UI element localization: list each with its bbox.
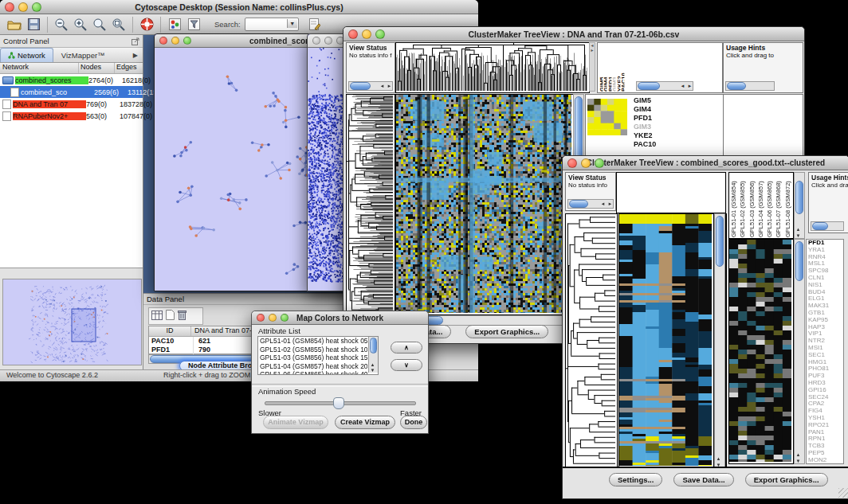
column-label[interactable]: GPL51-08 (GSM872) (784, 174, 793, 237)
network-table-row[interactable]: RNAPuberNov2+ 563(0) 107847(0) (0, 110, 143, 122)
view-status-scrollbar[interactable]: ◄► (567, 199, 614, 209)
gene-label[interactable]: GIM4 (634, 105, 656, 114)
network-table-row[interactable]: combined_scores 2764(0) 16218(0) (0, 74, 143, 86)
close-icon[interactable] (5, 2, 14, 12)
window-controls[interactable] (257, 314, 289, 322)
minimize-icon[interactable] (581, 158, 591, 168)
gene-label[interactable]: PAC10 (634, 140, 656, 149)
animation-speed-slider[interactable] (265, 397, 416, 408)
zoom-selected-icon[interactable] (90, 16, 109, 33)
save-icon[interactable] (24, 16, 43, 33)
treeview2-action-button[interactable]: Export Graphics... (745, 473, 828, 486)
usage-hints-scrollbar[interactable] (811, 221, 844, 231)
treeview2-labels-vscrollbar[interactable]: ▲▼ (794, 172, 805, 239)
search-dropdown-icon[interactable]: ▼ (287, 19, 297, 28)
minimize-icon[interactable] (171, 37, 179, 45)
search-input-value[interactable] (245, 23, 248, 31)
treeview2-heatmap[interactable] (618, 213, 714, 468)
column-label[interactable]: GPL51-01 (GSM854) (730, 174, 739, 237)
dialog-titlebar[interactable]: Map Colors to Network (252, 311, 428, 325)
close-icon[interactable] (159, 37, 167, 45)
network-table-row[interactable]: combined_sco 2569(6) 13112(15) (0, 86, 143, 98)
attribute-table-icon[interactable] (151, 309, 163, 323)
delete-attribute-icon[interactable] (178, 309, 186, 323)
minimize-icon[interactable] (362, 29, 371, 39)
window-controls[interactable] (348, 29, 385, 39)
minimize-icon[interactable] (18, 2, 28, 12)
move-up-button[interactable]: ∧ (391, 342, 422, 354)
filter-icon[interactable] (184, 16, 203, 33)
help-lifesaver-icon[interactable] (137, 16, 156, 33)
column-label[interactable]: GIM4 (603, 45, 607, 92)
tab-network[interactable]: Network (0, 48, 53, 62)
network-table-row[interactable]: DNA and Tran 07 769(0) 183728(0) (0, 98, 143, 110)
tab-vizmapper[interactable]: VizMapper™ (53, 48, 113, 62)
zoom-out-icon[interactable] (52, 16, 71, 33)
network-overview-panel[interactable] (2, 279, 142, 365)
zoom-window-icon[interactable] (375, 29, 385, 39)
treeview2-action-button[interactable]: Settings... (609, 473, 662, 486)
window-controls[interactable] (567, 158, 604, 168)
slider-thumb[interactable] (333, 397, 344, 409)
gene-label[interactable]: PFD1 (634, 114, 656, 123)
zoom-window-icon[interactable] (32, 2, 41, 12)
treeview2-action-button[interactable]: Save Data... (673, 473, 733, 486)
minimize-icon[interactable] (324, 37, 332, 45)
window-controls[interactable] (5, 2, 41, 12)
tab-overflow-button[interactable]: ▶ (128, 48, 143, 62)
attribute-list-vscrollbar[interactable]: ▲▼ (368, 337, 378, 373)
treeview2-heatmap-vscrollbar[interactable]: ▲▼ (714, 213, 725, 468)
zoom-fit-icon[interactable] (109, 16, 128, 33)
attribute-list-item[interactable]: GPL51-01 (GSM854) heat shock 05 min (258, 337, 367, 346)
column-label[interactable]: GPL51-04 (GSM857) (757, 174, 766, 237)
attribute-list-item[interactable]: GPL51-06 (GSM865) heat shock 40 min (258, 370, 367, 375)
treeview1-row-dendrogram[interactable] (346, 94, 395, 315)
attribute-listbox[interactable]: GPL51-01 (GSM854) heat shock 05 minGPL51… (257, 336, 379, 375)
open-file-icon[interactable] (5, 16, 24, 33)
close-icon[interactable] (567, 158, 577, 168)
column-label[interactable]: GPL51-02 (GSM855) (739, 174, 748, 237)
search-combobox[interactable]: ▼ (245, 18, 299, 31)
zoom-in-icon[interactable] (71, 16, 90, 33)
treeview2-secondary-heatmap[interactable] (728, 239, 794, 464)
main-titlebar[interactable]: Cytoscape Desktop (Session Name: collins… (0, 0, 478, 14)
treeview2-row-dendrogram[interactable] (565, 213, 618, 468)
window-controls[interactable] (159, 37, 191, 45)
column-label[interactable]: GIM3 (611, 45, 615, 92)
done-button[interactable]: Done (400, 416, 427, 429)
treeview1-action-button[interactable]: Export Graphics... (465, 325, 548, 338)
similarity-matrix-canvas[interactable] (587, 99, 627, 135)
vizmapper-icon[interactable] (165, 16, 184, 33)
annotation-icon[interactable] (305, 16, 324, 33)
treeview1-column-dendrogram[interactable] (395, 42, 590, 93)
close-icon[interactable] (257, 314, 265, 322)
column-label[interactable]: GPL51-07 (GSM868) (775, 174, 783, 237)
treeview1-titlebar[interactable]: ClusterMaker TreeView : DNA and Tran 07-… (344, 27, 804, 41)
treeview1-heatmap[interactable] (395, 94, 574, 315)
column-label[interactable]: GPL51-06 (GSM865) (766, 174, 775, 237)
treeview1-pane-splitter[interactable]: ◄► (589, 42, 595, 92)
zoom-window-icon[interactable] (183, 37, 191, 45)
float-panel-icon[interactable] (132, 34, 139, 49)
gene-label[interactable]: GIM5 (634, 96, 656, 105)
zoom-window-icon[interactable] (281, 314, 289, 322)
network-overview-canvas[interactable] (3, 279, 139, 363)
gene-label[interactable]: YKE2 (634, 131, 656, 140)
animate-vizmap-button[interactable]: Animate Vizmap (263, 416, 328, 429)
gene-label[interactable]: GIM3 (634, 123, 656, 131)
column-label[interactable]: PAC10 (620, 45, 624, 92)
attribute-list-item[interactable]: GPL51-04 (GSM857) heat shock 20 min (258, 362, 367, 371)
minimize-icon[interactable] (269, 314, 277, 322)
column-label[interactable]: GPL51-03 (GSM856) (748, 174, 757, 237)
attribute-list-item[interactable]: GPL51-03 (GSM856) heat shock 15 min (258, 354, 367, 362)
create-vizmap-button[interactable]: Create Vizmap (335, 416, 395, 429)
move-down-button[interactable]: ∨ (391, 359, 422, 371)
resize-grip[interactable] (838, 488, 848, 498)
treeview1-matrix-hscrollbar[interactable]: ◄► (636, 81, 693, 91)
treeview2-secondary-vscrollbar[interactable]: ▲▼ (794, 239, 805, 464)
close-icon[interactable] (312, 37, 320, 45)
treeview2-titlebar[interactable]: ClusterMaker TreeView : combined_scores_… (563, 156, 848, 170)
attribute-list-item[interactable]: GPL51-02 (GSM855) heat shock 10 min (258, 346, 367, 354)
view-status-scrollbar[interactable]: ◄► (348, 81, 393, 91)
gene-label[interactable]: MON2 (808, 457, 843, 464)
